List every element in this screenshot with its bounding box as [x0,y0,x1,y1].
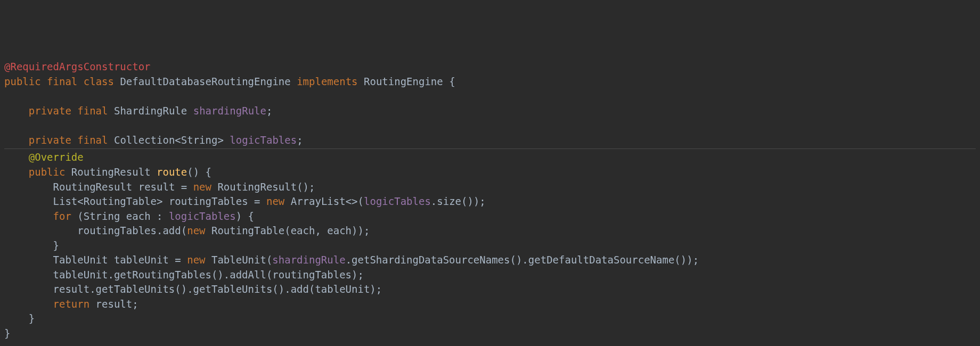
annotation-override: @Override [29,151,84,163]
return-type: RoutingResult [71,166,151,178]
brace-open: { [199,166,211,178]
keyword-private: private [29,105,71,117]
field-name: shardingRule [193,105,266,117]
for-type: String [84,210,120,222]
local-type-pre: List< [53,195,84,207]
interface-name: RoutingEngine [364,76,443,87]
local-type: TableUnit [53,254,108,266]
parens: () [187,166,199,178]
code-editor[interactable]: @RequiredArgsConstructor public final cl… [4,60,976,341]
equals: = [175,181,193,193]
ctor-post: .size()); [431,195,486,207]
call-mid: RoutingTable(each, each)); [206,225,370,236]
ctor-mid: TableUnit( [206,254,273,266]
for-close: ) { [236,210,254,222]
statement: result.getTableUnits().getTableUnits().a… [53,283,382,295]
ctor-pre: ArrayList<>( [284,195,364,207]
local-var: tableUnit = [108,254,187,266]
field-ref: shardingRule [272,254,345,266]
local-type: RoutingResult [53,181,133,193]
field-type-post: > [217,134,223,146]
field-type-param: String [181,134,218,146]
local-var: routingTables [169,195,248,207]
keyword-public: public [29,166,66,178]
field-ref: logicTables [169,210,236,222]
keyword-private: private [29,134,71,146]
separator-line [4,149,976,149]
keyword-new: new [187,225,205,236]
field-name: logicTables [230,134,297,146]
return-expr: result; [89,298,138,310]
keyword-public: public [4,76,41,87]
brace-close: } [4,327,10,339]
semicolon: ; [266,105,272,117]
semicolon: ; [297,134,303,146]
keyword-new: new [266,195,284,207]
statement: tableUnit.getRoutingTables().addAll(rout… [53,269,364,281]
method-name: route [157,166,187,178]
local-var: result [138,181,175,193]
keyword-final: final [47,76,77,87]
keyword-new: new [193,181,211,193]
brace-open: { [443,76,455,87]
ctor-post: .getShardingDataSourceNames().getDefault… [346,254,699,266]
for-open: ( [71,210,84,222]
keyword-final: final [77,134,108,146]
annotation-lombok: @RequiredArgsConstructor [4,61,151,72]
field-type-pre: Collection< [114,134,181,146]
call-pre: routingTables.add( [77,225,187,236]
field-ref: logicTables [364,195,431,207]
keyword-new: new [187,254,205,266]
brace-close: } [53,240,59,251]
keyword-final: final [77,105,108,117]
keyword-return: return [53,298,90,310]
local-type-post: > [157,195,162,207]
local-type-param: RoutingTable [84,195,157,207]
equals: = [248,195,266,207]
keyword-for: for [53,210,71,222]
keyword-implements: implements [297,76,357,87]
class-name: DefaultDatabaseRoutingEngine [120,76,290,87]
brace-close: } [29,312,35,324]
keyword-class: class [84,76,114,87]
ctor-call: RoutingResult(); [211,181,315,193]
field-type: ShardingRule [114,105,187,117]
for-var: each : [120,210,169,222]
